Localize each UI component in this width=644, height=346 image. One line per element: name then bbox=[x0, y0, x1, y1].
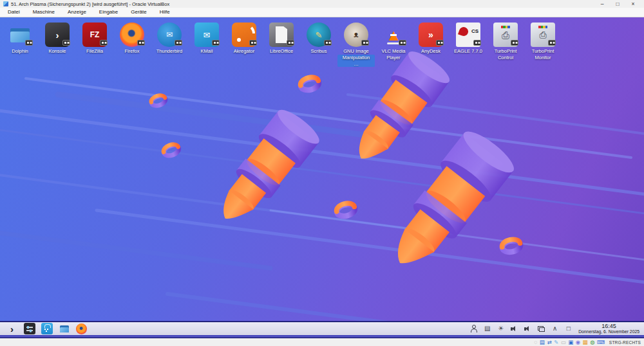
harddisk-status-icon[interactable]: ▤ bbox=[540, 340, 545, 345]
desktop-icon-label: VLC Media Player bbox=[375, 48, 412, 61]
desktop-icon-dolphin[interactable]: Dolphin bbox=[1, 23, 39, 67]
close-button[interactable]: × bbox=[625, 0, 641, 8]
menu-hilfe[interactable]: Hilfe bbox=[153, 8, 176, 17]
shortcut-emblem bbox=[511, 40, 518, 46]
maximize-button[interactable]: □ bbox=[610, 0, 625, 8]
audio-volume-icon[interactable] bbox=[510, 325, 518, 333]
vm-status-icons: ◌ ▤ ⇄ ✎ ▭ ▣ ◉ ▦ ◍ ⌨ bbox=[534, 340, 605, 345]
user-switcher-icon[interactable] bbox=[469, 325, 478, 333]
taskbar-panel: › ▤ ☀ bbox=[0, 321, 644, 335]
usb-status-icon[interactable]: ✎ bbox=[554, 340, 558, 345]
shortcut-emblem bbox=[175, 40, 182, 46]
desktop-icon-label: LibreOffice bbox=[270, 48, 293, 55]
digital-clock[interactable]: 16:45 Donnerstag, 6. November 2025 bbox=[578, 323, 639, 334]
display-status-icon[interactable]: ▣ bbox=[568, 340, 573, 345]
app-icon: ⎙ bbox=[531, 23, 555, 47]
app-icon: ▲ bbox=[381, 23, 406, 47]
desktop-icon-label: AnyDesk bbox=[421, 48, 440, 55]
menu-anzeige[interactable]: Anzeige bbox=[61, 8, 93, 17]
desktop-icon-kmail[interactable]: ✉ KMail bbox=[188, 23, 225, 67]
shortcut-emblem bbox=[361, 40, 369, 46]
audio-status-icon[interactable]: ◌ bbox=[534, 340, 537, 345]
app-icon: FZ bbox=[82, 23, 107, 47]
shortcut-emblem bbox=[548, 40, 556, 46]
wallpaper-ring bbox=[336, 201, 356, 218]
keyboard-status-icon[interactable]: ⌨ bbox=[597, 340, 605, 345]
desktop-icon-label: TurboPrint Control bbox=[495, 48, 517, 61]
desktop-icon-label: Akregator bbox=[234, 48, 255, 55]
clock-date: Donnerstag, 6. November 2025 bbox=[578, 329, 639, 334]
shortcut-emblem bbox=[399, 40, 406, 46]
show-desktop-icon[interactable]: □ bbox=[564, 325, 573, 333]
app-icon bbox=[232, 23, 256, 47]
desktop-icon-eagle[interactable]: CS EAGLE 7.7.0 bbox=[450, 23, 487, 67]
desktop-icon-vlc[interactable]: ▲ VLC Media Player bbox=[375, 23, 412, 67]
desktop-icon-scribus[interactable]: ✎ Scribus bbox=[300, 23, 337, 67]
desktop-icon-turboprint-monitor[interactable]: ⎙ TurboPrint Monitor bbox=[524, 23, 562, 67]
media-volume-icon[interactable] bbox=[524, 325, 532, 333]
desktop-icon-gimp[interactable]: ᴥ GNU Image Manipulation … bbox=[337, 23, 375, 67]
features-status-icon[interactable]: ▦ bbox=[583, 340, 588, 345]
app-icon-glyph: ⎙ bbox=[539, 30, 546, 39]
wallpaper-ring bbox=[299, 75, 320, 92]
clock-time: 16:45 bbox=[578, 323, 639, 329]
desktop-icon-libreoffice[interactable]: LibreOffice bbox=[263, 23, 300, 67]
shortcut-emblem bbox=[436, 40, 444, 46]
desktop-icon-turboprint-control[interactable]: ⎙ TurboPrint Control bbox=[487, 23, 524, 67]
app-icon-glyph: ✉ bbox=[166, 31, 173, 39]
desktop-icon-filezilla[interactable]: FZ FileZilla bbox=[76, 23, 113, 67]
desktop-icon-thunderbird[interactable]: ✉ Thunderbird bbox=[151, 23, 188, 67]
app-icon: ✉ bbox=[194, 23, 219, 47]
desktop-icon-label: Thunderbird bbox=[156, 48, 182, 55]
app-icon: CS bbox=[456, 23, 480, 47]
desktop-icon-label: Dolphin bbox=[12, 48, 28, 55]
recording-status-icon[interactable]: ◉ bbox=[576, 340, 580, 345]
shared-folders-status-icon[interactable]: ▭ bbox=[561, 340, 566, 345]
shortcut-emblem bbox=[25, 40, 33, 46]
wallpaper-popper bbox=[377, 125, 519, 283]
wallpaper-ring bbox=[162, 143, 180, 158]
launcher-area: › bbox=[3, 323, 90, 334]
desktop-icon-firefox[interactable]: Firefox bbox=[113, 23, 151, 67]
app-icon-glyph: FZ bbox=[90, 31, 100, 39]
file-manager-launcher[interactable] bbox=[59, 323, 70, 334]
app-icon-glyph: CS bbox=[471, 29, 478, 34]
hostkey-indicator: STRG-RECHTS bbox=[609, 340, 641, 345]
discover-launcher[interactable] bbox=[41, 323, 53, 334]
desktop-icon-akregator[interactable]: Akregator bbox=[225, 23, 263, 67]
network-status-icon[interactable]: ⇄ bbox=[547, 340, 551, 345]
brightness-icon[interactable]: ☀ bbox=[497, 325, 505, 333]
app-launcher-button[interactable]: › bbox=[6, 323, 18, 334]
desktop[interactable]: Dolphin › Konsole FZ bbox=[0, 17, 644, 321]
desktop-icon-label: EAGLE 7.7.0 bbox=[454, 48, 482, 55]
app-icon: ⎙ bbox=[493, 23, 518, 47]
display-config-icon[interactable] bbox=[537, 325, 545, 333]
menu-datei[interactable]: Datei bbox=[1, 8, 26, 17]
launcher-glyph: › bbox=[10, 323, 14, 334]
menubar: Datei Maschine Anzeige Eingabe Geräte Hi… bbox=[0, 8, 644, 17]
shortcut-emblem bbox=[100, 40, 108, 46]
desktop-icon-label: Konsole bbox=[48, 48, 66, 55]
expand-tray-icon[interactable]: ∧ bbox=[551, 325, 559, 333]
firefox-launcher[interactable] bbox=[76, 323, 87, 334]
clipboard-icon[interactable]: ▤ bbox=[483, 325, 491, 333]
app-icon: » bbox=[419, 23, 443, 47]
window-title: 51. Arch Plasma (Sicherungspunkt 2) [wir… bbox=[11, 1, 169, 7]
system-tray: ▤ ☀ ∧ □ bbox=[469, 325, 573, 333]
desktop-icon-konsole[interactable]: › Konsole bbox=[39, 23, 76, 67]
shortcut-emblem bbox=[473, 40, 481, 46]
menu-eingabe[interactable]: Eingabe bbox=[93, 8, 124, 17]
mouse-integration-status-icon[interactable]: ◍ bbox=[590, 340, 594, 345]
menu-geraete[interactable]: Geräte bbox=[124, 8, 153, 17]
menu-maschine[interactable]: Maschine bbox=[26, 8, 61, 17]
app-icon-glyph: ✎ bbox=[316, 31, 323, 39]
desktop-icon-label: KMail bbox=[201, 48, 213, 55]
minimize-button[interactable]: – bbox=[594, 0, 610, 8]
desktop-icon-label: GNU Image Manipulation … bbox=[337, 48, 375, 67]
shortcut-emblem bbox=[212, 40, 220, 46]
app-icon: ᴥ bbox=[344, 23, 368, 47]
app-icon-glyph: › bbox=[56, 30, 59, 40]
system-settings-launcher[interactable] bbox=[24, 323, 35, 334]
app-icon bbox=[269, 23, 294, 47]
desktop-icon-anydesk[interactable]: » AnyDesk bbox=[412, 23, 450, 67]
